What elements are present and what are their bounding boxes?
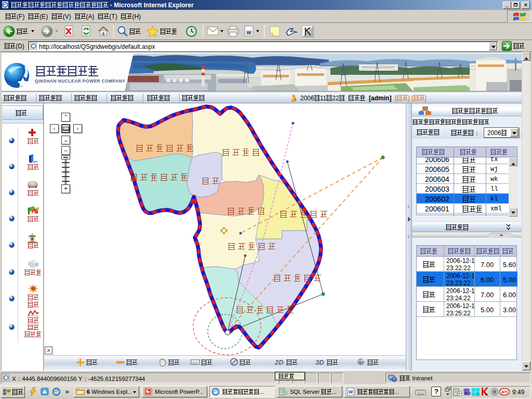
svg-text:W: W <box>349 390 353 394</box>
svg-text:ATI: ATI <box>501 390 508 394</box>
svg-text:W: W <box>247 30 251 35</box>
